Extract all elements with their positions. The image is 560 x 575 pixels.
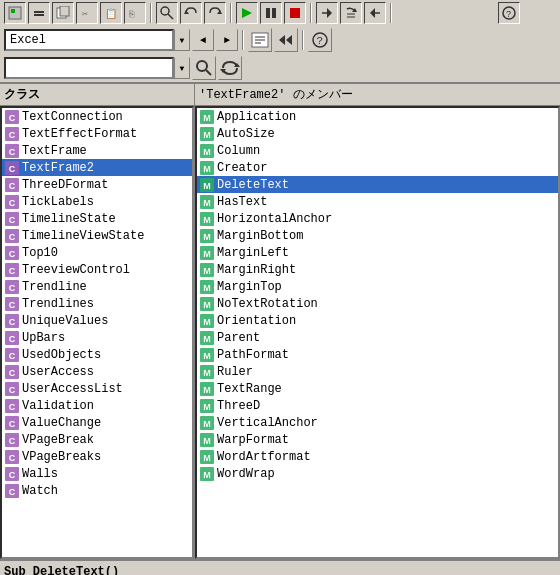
svg-text:C: C	[9, 113, 16, 123]
class-list-item[interactable]: C TextEffectFormat	[2, 125, 192, 142]
toolbar-btn-step-over[interactable]	[340, 2, 362, 24]
svg-rect-16	[290, 8, 300, 18]
class-list-item[interactable]: C TickLabels	[2, 193, 192, 210]
last-position-btn[interactable]	[274, 28, 298, 52]
class-item-label: VPageBreak	[22, 433, 94, 447]
member-list[interactable]: M Application M AutoSize M Column M Crea…	[195, 106, 560, 559]
member-item-label: Creator	[217, 161, 267, 175]
toolbar-btn-redo[interactable]	[204, 2, 226, 24]
member-list-item[interactable]: M HorizontalAnchor	[197, 210, 558, 227]
member-list-item[interactable]: M Column	[197, 142, 558, 159]
class-list-item[interactable]: C VPageBreak	[2, 431, 192, 448]
toolbar-btn-step-into[interactable]	[316, 2, 338, 24]
class-list-item[interactable]: C TextConnection	[2, 108, 192, 125]
toolbar-row-3: ▼	[0, 54, 560, 82]
class-item-label: VPageBreaks	[22, 450, 101, 464]
member-item-label: ThreeD	[217, 399, 260, 413]
member-list-item[interactable]: M PathFormat	[197, 346, 558, 363]
class-list-item[interactable]: C TextFrame	[2, 142, 192, 159]
toolbar-btn-1[interactable]	[4, 2, 26, 24]
sep-4	[390, 3, 392, 23]
excel-input[interactable]: Excel	[4, 29, 174, 51]
svg-point-34	[197, 61, 207, 71]
member-list-item[interactable]: M Parent	[197, 329, 558, 346]
member-item-label: VerticalAnchor	[217, 416, 318, 430]
class-list-item[interactable]: C TimelineState	[2, 210, 192, 227]
class-list-item[interactable]: C ValueChange	[2, 414, 192, 431]
member-item-label: NoTextRotation	[217, 297, 318, 311]
member-list-item[interactable]: M MarginTop	[197, 278, 558, 295]
toolbar-btn-undo[interactable]	[180, 2, 202, 24]
member-item-label: HorizontalAnchor	[217, 212, 332, 226]
member-list-item[interactable]: M WordArtformat	[197, 448, 558, 465]
member-list-item[interactable]: M HasText	[197, 193, 558, 210]
class-item-label: UserAccess	[22, 365, 94, 379]
toolbar-btn-2[interactable]	[28, 2, 50, 24]
class-list-item[interactable]: C VPageBreaks	[2, 448, 192, 465]
class-list-item[interactable]: C Watch	[2, 482, 192, 499]
search-dropdown-arrow[interactable]: ▼	[174, 57, 190, 79]
excel-dropdown-arrow[interactable]: ▼	[174, 29, 190, 51]
toolbar-btn-break[interactable]	[260, 2, 282, 24]
left-panel: クラス C TextConnection C TextEffectFormat …	[0, 84, 195, 559]
class-list-item[interactable]: C Trendlines	[2, 295, 192, 312]
class-list-item[interactable]: C UniqueValues	[2, 312, 192, 329]
class-list-item[interactable]: C TextFrame2	[2, 159, 192, 176]
member-list-item[interactable]: M WordWrap	[197, 465, 558, 482]
class-item-label: Validation	[22, 399, 94, 413]
nav-next-btn[interactable]: ►	[216, 29, 238, 51]
toolbar-btn-stop[interactable]	[284, 2, 306, 24]
search-combo[interactable]: ▼	[4, 57, 190, 79]
toolbar-btn-help[interactable]: ?	[498, 2, 520, 24]
toolbar-btn-step-out[interactable]	[364, 2, 386, 24]
member-list-item[interactable]: M MarginLeft	[197, 244, 558, 261]
class-list-item[interactable]: C UserAccessList	[2, 380, 192, 397]
member-list-item[interactable]: M Ruler	[197, 363, 558, 380]
class-list-item[interactable]: C Top10	[2, 244, 192, 261]
class-list-item[interactable]: C Walls	[2, 465, 192, 482]
member-list-item[interactable]: M AutoSize	[197, 125, 558, 142]
search-btn[interactable]	[192, 56, 216, 80]
class-list-item[interactable]: C TreeviewControl	[2, 261, 192, 278]
member-list-item[interactable]: M MarginBottom	[197, 227, 558, 244]
nav-prev-btn[interactable]: ◄	[192, 29, 214, 51]
svg-text:C: C	[9, 215, 16, 225]
toolbar-area: ✂ 📋 ⎘	[0, 0, 560, 84]
class-list-item[interactable]: C UpBars	[2, 329, 192, 346]
member-list-item[interactable]: M WarpFormat	[197, 431, 558, 448]
class-item-label: Trendline	[22, 280, 87, 294]
help-btn[interactable]: ?	[308, 28, 332, 52]
svg-text:✂: ✂	[82, 9, 88, 20]
class-list-item[interactable]: C ThreeDFormat	[2, 176, 192, 193]
toolbar-btn-5[interactable]: 📋	[100, 2, 122, 24]
toolbar-row-2: Excel ▼ ◄ ► ?	[0, 26, 560, 54]
svg-text:M: M	[203, 419, 211, 429]
toolbar-btn-find[interactable]	[156, 2, 178, 24]
member-list-item[interactable]: M NoTextRotation	[197, 295, 558, 312]
class-list[interactable]: C TextConnection C TextEffectFormat C Te…	[0, 106, 194, 559]
member-list-item[interactable]: M Creator	[197, 159, 558, 176]
class-list-item[interactable]: C UserAccess	[2, 363, 192, 380]
member-list-item[interactable]: M MarginRight	[197, 261, 558, 278]
toolbar-btn-run[interactable]	[236, 2, 258, 24]
member-list-item[interactable]: M Application	[197, 108, 558, 125]
class-list-item[interactable]: C TimelineViewState	[2, 227, 192, 244]
class-list-item[interactable]: C UsedObjects	[2, 346, 192, 363]
member-list-item[interactable]: M TextRange	[197, 380, 558, 397]
member-list-item[interactable]: M Orientation	[197, 312, 558, 329]
toolbar-btn-3[interactable]	[52, 2, 74, 24]
class-list-item[interactable]: C Validation	[2, 397, 192, 414]
toolbar-btn-4[interactable]: ✂	[76, 2, 98, 24]
search-refresh-btn[interactable]	[218, 56, 242, 80]
view-definition-btn[interactable]	[248, 28, 272, 52]
member-list-item[interactable]: M DeleteText	[197, 176, 558, 193]
member-list-item[interactable]: M VerticalAnchor	[197, 414, 558, 431]
member-item-label: MarginLeft	[217, 246, 289, 260]
toolbar-btn-6[interactable]: ⎘	[124, 2, 146, 24]
member-list-item[interactable]: M ThreeD	[197, 397, 558, 414]
excel-combo[interactable]: Excel ▼	[4, 29, 190, 51]
sep-3	[310, 3, 312, 23]
member-item-label: MarginBottom	[217, 229, 303, 243]
search-input[interactable]	[4, 57, 174, 79]
class-list-item[interactable]: C Trendline	[2, 278, 192, 295]
